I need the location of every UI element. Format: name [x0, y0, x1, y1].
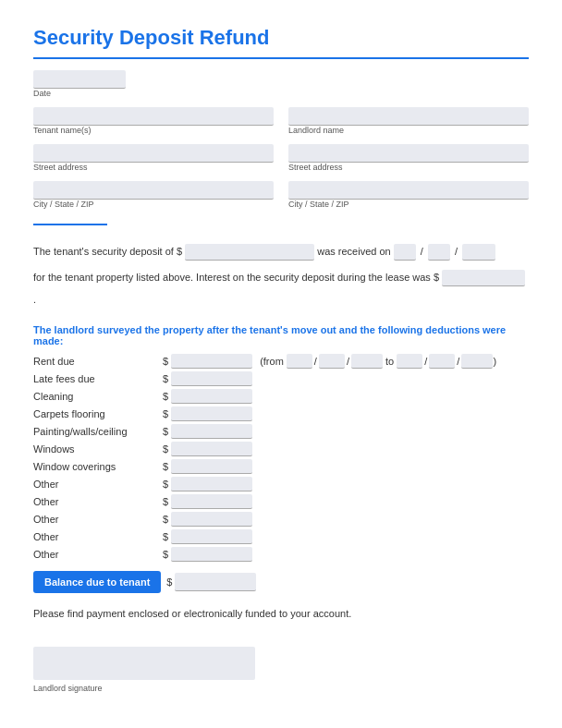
deduction-input-rent[interactable] [171, 354, 252, 369]
rent-to-day[interactable] [429, 354, 455, 369]
deposit-text-3: for the tenant property listed above. In… [33, 272, 439, 283]
street-address-right-label: Street address [288, 163, 529, 172]
deduction-input-window-coverings[interactable] [171, 459, 252, 474]
rent-from-day[interactable] [319, 354, 345, 369]
city-state-zip-right-label: City / State / ZIP [288, 200, 529, 209]
deduction-label-late-fees: Late fees due [33, 373, 163, 384]
deposit-interest-input[interactable] [442, 270, 525, 286]
deposit-description-2: for the tenant property listed above. In… [33, 266, 529, 310]
deduction-label-window-coverings: Window coverings [33, 461, 163, 472]
landlord-signature-input[interactable] [33, 647, 255, 680]
street-address-left-label: Street address [33, 163, 274, 172]
deduction-label-other-3: Other [33, 514, 163, 525]
deduction-input-other-3[interactable] [171, 512, 252, 527]
landlord-name-input[interactable] [288, 107, 529, 126]
rent-from-year[interactable] [351, 354, 383, 369]
date-input[interactable] [33, 70, 126, 89]
deduction-input-other-5[interactable] [171, 547, 252, 562]
deduction-row-other-3: Other $ [33, 512, 529, 527]
signature-section: Landlord signature [33, 647, 529, 693]
deduction-label-painting: Painting/walls/ceiling [33, 426, 163, 437]
deduction-input-carpets[interactable] [171, 406, 252, 421]
deduction-label-other-2: Other [33, 496, 163, 507]
deposit-amount-input[interactable] [185, 244, 314, 261]
deduction-label-other-4: Other [33, 531, 163, 542]
rent-to-month[interactable] [397, 354, 422, 369]
deductions-list: Rent due $ (from / / to / / ) Late fees … [33, 354, 529, 562]
date-label: Date [33, 89, 529, 98]
deduction-row-window-coverings: Window coverings $ [33, 459, 529, 474]
deduction-row-painting: Painting/walls/ceiling $ [33, 424, 529, 439]
deduction-input-windows[interactable] [171, 442, 252, 456]
deduction-label-carpets: Carpets flooring [33, 408, 163, 419]
balance-input[interactable] [175, 573, 256, 591]
deduction-input-other-4[interactable] [171, 529, 252, 544]
balance-row: Balance due to tenant $ [33, 571, 529, 593]
payment-text: Please find payment enclosed or electron… [33, 608, 529, 619]
landlord-signature-label: Landlord signature [33, 684, 529, 693]
landlord-name-label: Landlord name [288, 126, 529, 135]
deposit-received-month[interactable] [394, 244, 416, 261]
balance-due-button[interactable]: Balance due to tenant [33, 571, 161, 593]
rent-dates: (from / / to / / ) [260, 354, 496, 369]
deduction-input-late-fees[interactable] [171, 371, 252, 386]
deduction-row-cleaning: Cleaning $ [33, 389, 529, 404]
street-address-left-input[interactable] [33, 144, 274, 163]
city-state-zip-left-input[interactable] [33, 181, 274, 200]
deduction-label-windows: Windows [33, 443, 163, 455]
rent-to-year[interactable] [461, 354, 493, 369]
deduction-row-other-4: Other $ [33, 529, 529, 544]
deposit-text-2: was received on [317, 246, 394, 257]
tenant-name-label: Tenant name(s) [33, 126, 274, 135]
tenant-name-input[interactable] [33, 107, 274, 126]
top-divider [33, 57, 529, 59]
deposit-text-1: The tenant's security deposit of $ [33, 246, 182, 257]
deduction-input-cleaning[interactable] [171, 389, 252, 404]
deduction-row-other-5: Other $ [33, 547, 529, 562]
city-state-zip-left-label: City / State / ZIP [33, 200, 274, 209]
rent-from-month[interactable] [287, 354, 312, 369]
deduction-label-cleaning: Cleaning [33, 391, 163, 402]
deposit-received-day[interactable] [428, 244, 450, 261]
page-title: Security Deposit Refund [33, 26, 529, 50]
street-address-right-input[interactable] [288, 144, 529, 163]
deduction-row-other-2: Other $ [33, 494, 529, 509]
deposit-description: The tenant's security deposit of $ was r… [33, 240, 529, 262]
deduction-row-other-1: Other $ [33, 477, 529, 491]
deduction-input-other-2[interactable] [171, 494, 252, 509]
blue-divider [33, 224, 107, 225]
deduction-row-rent: Rent due $ (from / / to / / ) [33, 354, 529, 369]
deposit-received-year[interactable] [462, 244, 495, 261]
deductions-title: The landlord surveyed the property after… [33, 324, 529, 346]
deduction-label-other-1: Other [33, 479, 163, 490]
deduction-row-windows: Windows $ [33, 442, 529, 456]
deduction-label-rent: Rent due [33, 356, 163, 367]
city-state-zip-right-input[interactable] [288, 181, 529, 200]
deduction-row-carpets: Carpets flooring $ [33, 406, 529, 421]
deduction-row-late-fees: Late fees due $ [33, 371, 529, 386]
deduction-input-other-1[interactable] [171, 477, 252, 491]
deduction-label-other-5: Other [33, 549, 163, 560]
deduction-input-painting[interactable] [171, 424, 252, 439]
